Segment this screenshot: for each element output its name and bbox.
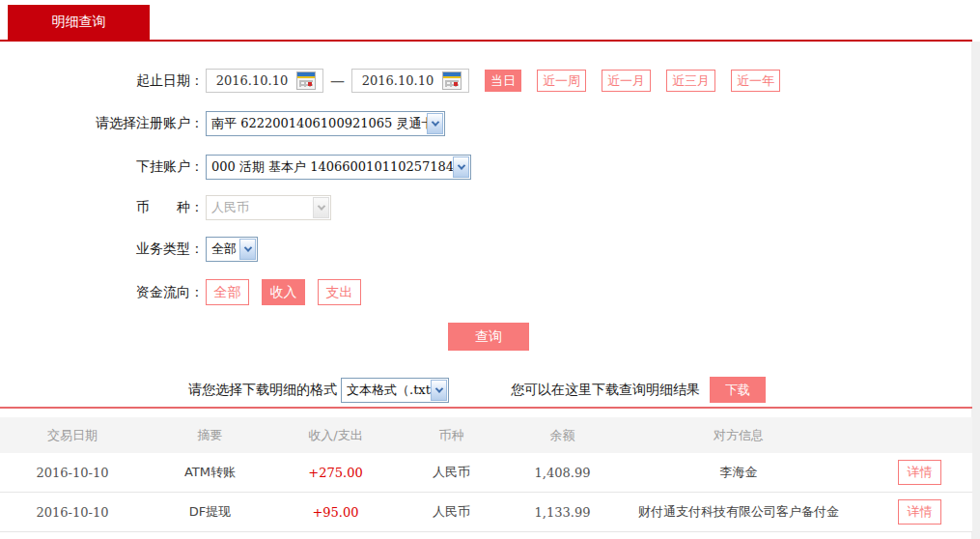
cell-amount: +95.00 [275,505,396,520]
header-counterparty: 对方信息 [618,427,859,444]
chevron-down-icon [239,239,256,260]
register-account-label: 请选择注册账户： [0,115,206,132]
fund-flow-all-button[interactable]: 全部 [206,279,249,305]
table-header: 交易日期 摘要 收入/支出 币种 余额 对方信息 [0,417,972,453]
cell-date: 2016-10-10 [0,505,145,520]
business-type-label: 业务类型： [0,241,206,258]
section-divider [0,407,972,409]
cell-counterparty: 财付通支付科技有限公司客户备付金 [618,503,859,521]
cell-date: 2016-10-10 [0,466,145,480]
cell-counterparty: 李海金 [618,464,859,481]
download-format-select[interactable]: 文本格式（.txt） [341,378,449,403]
calendar-icon[interactable] [296,71,316,90]
register-account-row: 请选择注册账户： 南平 6222001406100921065 灵通卡 [0,111,445,136]
quick-range-year-button[interactable]: 近一年 [731,70,780,92]
chevron-down-icon [453,156,469,178]
quick-range-month-button[interactable]: 近一月 [602,70,651,92]
download-format-value: 文本格式（.txt） [342,382,431,399]
currency-select: 人民币 [206,195,331,220]
fund-flow-income-button[interactable]: 收入 [262,279,305,305]
sub-account-label: 下挂账户： [0,158,206,176]
download-format-label: 请您选择下载明细的格式 [188,382,337,399]
business-type-select[interactable]: 全部 [206,237,258,262]
cell-balance: 1,133.99 [507,505,618,520]
start-date-field[interactable] [206,69,323,93]
detail-button[interactable]: 详情 [898,460,941,485]
cell-currency: 人民币 [396,464,507,481]
cell-summary: DF提现 [145,503,275,521]
sub-account-row: 下挂账户： 000 活期 基本户 1406600101102571848 [0,155,471,180]
download-button[interactable]: 下载 [710,377,766,403]
query-button[interactable]: 查询 [448,323,529,351]
sub-account-select[interactable]: 000 活期 基本户 1406600101102571848 [206,155,471,180]
header-currency: 币种 [396,427,507,444]
register-account-value: 南平 6222001406100921065 灵通卡 [207,115,427,132]
date-separator: — [330,72,345,90]
currency-label: 币 种： [0,199,206,216]
download-row: 请您选择下载明细的格式 文本格式（.txt） 您可以在这里下载查询明细结果 下载 [188,377,766,403]
date-range-row: 起止日期： — 当日 近一周 近一月 近三月 近一年 [0,69,780,93]
fund-flow-expense-button[interactable]: 支出 [318,279,361,305]
download-hint: 您可以在这里下载查询明细结果 [511,382,700,399]
calendar-icon[interactable] [442,71,462,90]
tab-underline [0,40,972,42]
quick-range-today-button[interactable]: 当日 [485,70,521,92]
currency-row: 币 种： 人民币 [0,195,331,220]
quick-range-quarter-button[interactable]: 近三月 [666,70,715,92]
fund-flow-label: 资金流向： [0,284,206,301]
table-row: 2016-10-10 DF提现 +95.00 人民币 1,133.99 财付通支… [0,493,972,532]
business-type-value: 全部 [207,241,237,258]
date-range-label: 起止日期： [0,72,206,90]
start-date-input[interactable] [208,71,296,91]
detail-query-page: 明细查询 起止日期： — 当日 近一周 近一月 近三月 近一年 请选择注册账户：… [0,0,980,539]
detail-button[interactable]: 详情 [898,499,941,525]
fund-flow-row: 资金流向： 全部 收入 支出 [0,279,374,305]
tab-label: 明细查询 [52,14,106,31]
header-balance: 余额 [507,427,618,444]
end-date-input[interactable] [353,71,442,91]
end-date-field[interactable] [351,69,469,93]
header-summary: 摘要 [145,427,275,444]
chevron-down-icon [313,197,329,218]
header-amount: 收入/支出 [275,427,396,444]
cell-amount: +275.00 [275,466,396,480]
tab-detail-query[interactable]: 明细查询 [8,5,150,40]
cell-summary: ATM转账 [145,464,275,481]
currency-value: 人民币 [207,199,249,216]
quick-range-week-button[interactable]: 近一周 [537,70,586,92]
chevron-down-icon [431,380,447,401]
business-type-row: 业务类型： 全部 [0,237,258,262]
sub-account-value: 000 活期 基本户 1406600101102571848 [207,158,453,176]
register-account-select[interactable]: 南平 6222001406100921065 灵通卡 [206,111,445,136]
chevron-down-icon [427,113,443,134]
table-row: 2016-10-10 ATM转账 +275.00 人民币 1,408.99 李海… [0,453,972,493]
cell-balance: 1,408.99 [507,466,618,480]
header-date: 交易日期 [0,427,145,444]
cell-currency: 人民币 [396,503,507,521]
